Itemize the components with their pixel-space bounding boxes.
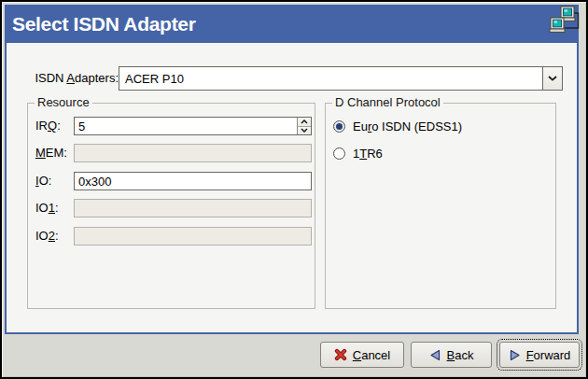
io2-input: [74, 227, 312, 246]
spin-up-button[interactable]: [298, 118, 311, 126]
chevron-down-icon: [301, 128, 308, 133]
irq-stepper: [297, 118, 311, 134]
combobox-dropdown-button[interactable]: [542, 67, 562, 90]
irq-spinbox[interactable]: [74, 117, 312, 135]
resource-frame-title: Resource: [35, 95, 92, 109]
radio-unselected-icon[interactable]: [333, 147, 345, 160]
io2-label: IO2:: [35, 229, 59, 243]
io-input[interactable]: [74, 172, 312, 190]
resource-frame: Resource IRQ: MEM: IO:: [27, 103, 315, 309]
chevron-up-icon: [301, 119, 308, 124]
back-button-label: Back: [447, 348, 474, 362]
protocol-frame-title: D Channel Protocol: [332, 95, 443, 109]
radio-option-euro-isdn[interactable]: Euro ISDN (EDSS1): [333, 119, 462, 133]
mem-input: [74, 144, 312, 162]
radio-euro-isdn-label: Euro ISDN (EDSS1): [353, 119, 462, 133]
radio-selected-icon[interactable]: [333, 120, 345, 133]
irq-input[interactable]: [75, 118, 297, 134]
combobox-selected-value: ACER P10: [119, 72, 542, 86]
io1-input: [74, 199, 312, 218]
spin-down-button[interactable]: [298, 126, 311, 135]
irq-label: IRQ:: [35, 119, 61, 133]
chevron-down-icon: [548, 76, 557, 81]
cancel-x-icon: [334, 348, 347, 361]
isdn-adapters-label: ISDN Adapters:: [7, 71, 119, 85]
forward-button[interactable]: Forward: [499, 342, 580, 368]
io-label: IO:: [35, 174, 51, 188]
arrow-right-icon: [509, 349, 521, 361]
mem-label: MEM:: [35, 146, 67, 160]
cancel-button[interactable]: Cancel: [320, 342, 404, 368]
d-channel-protocol-frame: D Channel Protocol Euro ISDN (EDSS1) 1TR…: [325, 103, 556, 309]
back-button[interactable]: Back: [411, 342, 492, 368]
titlebar: Select ISDN Adapter: [5, 5, 579, 43]
io1-label: IO1:: [35, 201, 59, 215]
arrow-left-icon: [429, 349, 441, 361]
page-title: Select ISDN Adapter: [5, 13, 196, 35]
cancel-button-label: Cancel: [353, 348, 390, 362]
forward-button-label: Forward: [526, 348, 571, 362]
dialog-select-isdn-adapter: Select ISDN Adapter: [0, 0, 588, 379]
radio-option-1tr6[interactable]: 1TR6: [333, 147, 383, 161]
network-computers-icon: [549, 6, 581, 41]
radio-1tr6-label: 1TR6: [353, 147, 383, 161]
isdn-adapter-combobox[interactable]: ACER P10: [119, 66, 563, 91]
wizard-blue-frame: Select ISDN Adapter: [5, 5, 579, 334]
page-content: ISDN Adapters: ACER P10 Resource IRQ:: [7, 43, 577, 332]
